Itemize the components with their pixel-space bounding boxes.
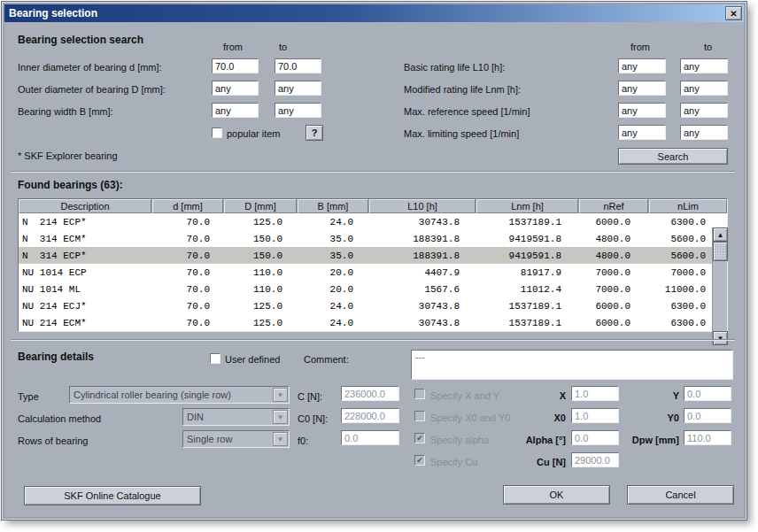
calculation-method-dropdown[interactable]: DIN ▼ xyxy=(182,408,290,426)
max-reference-speed-label: Max. reference speed [1/min] xyxy=(404,106,530,117)
inner-diameter-label: Inner diameter of bearing d [mm]: xyxy=(18,62,162,73)
specify-alpha-checkbox[interactable]: ✔ xyxy=(414,433,425,443)
column-header-nRef[interactable]: nRef xyxy=(579,199,648,213)
c0-label: C0 [N]: xyxy=(298,413,328,424)
help-button[interactable]: ? xyxy=(306,125,323,141)
scroll-up-button[interactable]: ▲ xyxy=(713,227,728,242)
column-header-d[interactable]: d [mm] xyxy=(152,199,223,213)
combo-arrow-icon[interactable]: ▼ xyxy=(273,432,288,446)
x-label: X xyxy=(516,390,566,401)
results-table: Description d [mm] D [mm] B [mm] L10 [h]… xyxy=(18,198,728,332)
column-header-nLim[interactable]: nLim xyxy=(649,199,727,213)
found-bearings-heading: Found bearings (63): xyxy=(18,179,123,191)
popular-item-checkbox[interactable] xyxy=(212,127,222,138)
inner-diameter-to-input[interactable] xyxy=(275,58,321,73)
modified-rating-life-to-input[interactable] xyxy=(680,81,728,96)
column-header-D[interactable]: D [mm] xyxy=(224,199,297,213)
y-input[interactable] xyxy=(684,386,731,401)
alpha-label: Alpha [°] xyxy=(494,435,566,445)
x0-input[interactable] xyxy=(571,408,619,423)
cu-label: Cu [N] xyxy=(494,457,566,467)
to-column-label-left: to xyxy=(279,42,287,52)
basic-rating-life-label: Basic rating life L10 [h]: xyxy=(404,62,505,73)
scroll-down-icon: ▼ xyxy=(717,335,724,343)
table-row[interactable]: NU 214 ECJ*70.0125.024.030743.81537189.1… xyxy=(19,297,727,314)
c-input[interactable] xyxy=(341,386,399,401)
to-column-label-right: to xyxy=(704,42,712,52)
comment-label: Comment: xyxy=(304,354,349,365)
window-title: Bearing selection xyxy=(4,7,97,19)
comment-input[interactable]: --- xyxy=(411,350,733,380)
max-limiting-speed-to-input[interactable] xyxy=(680,125,728,140)
dpw-input[interactable] xyxy=(684,430,731,445)
bearing-details-heading: Bearing details xyxy=(18,351,94,363)
specify-x0y0-label: Specify X0 and Y0 xyxy=(430,412,510,423)
popular-item-label: popular item xyxy=(227,128,281,139)
skf-explorer-note: * SKF Explorer bearing xyxy=(18,150,118,161)
outer-diameter-from-input[interactable] xyxy=(212,81,259,96)
cu-input[interactable] xyxy=(571,452,619,467)
max-reference-speed-to-input[interactable] xyxy=(680,103,728,118)
table-row-selected[interactable]: N 314 ECP*70.0150.035.0188391.89419591.8… xyxy=(19,247,727,264)
type-label: Type xyxy=(18,391,39,402)
max-limiting-speed-from-input[interactable] xyxy=(618,125,666,140)
results-table-body: N 214 ECP*70.0125.024.030743.81537189.16… xyxy=(19,213,727,331)
title-bar[interactable]: Bearing selection ✕ xyxy=(4,4,744,22)
from-column-label-right: from xyxy=(630,42,650,52)
modified-rating-life-from-input[interactable] xyxy=(618,81,666,96)
inner-diameter-from-input[interactable] xyxy=(212,58,259,73)
y-label: Y xyxy=(626,390,679,401)
user-defined-checkbox[interactable] xyxy=(210,353,220,364)
cancel-button[interactable]: Cancel xyxy=(627,485,734,505)
specify-cu-label: Specify Cu xyxy=(430,457,477,467)
c0-input[interactable] xyxy=(341,408,399,423)
search-button[interactable]: Search xyxy=(618,148,728,165)
results-table-header: Description d [mm] D [mm] B [mm] L10 [h]… xyxy=(19,199,727,213)
close-button[interactable]: ✕ xyxy=(725,6,742,20)
rows-of-bearing-dropdown[interactable]: Single row ▼ xyxy=(182,430,290,448)
column-header-description[interactable]: Description xyxy=(19,199,151,213)
question-mark-icon: ? xyxy=(312,127,318,138)
f0-input[interactable] xyxy=(341,430,399,445)
table-row[interactable]: NU 1014 ECP70.0110.020.04407.981917.9700… xyxy=(19,264,727,281)
skf-online-catalogue-button[interactable]: SKF Online Catalogue xyxy=(24,486,201,505)
scrollbar-thumb[interactable] xyxy=(713,242,728,261)
x0-label: X0 xyxy=(516,412,566,423)
type-dropdown[interactable]: Cylindrical roller bearing (single row) … xyxy=(69,386,290,404)
separator-search-results xyxy=(11,171,735,173)
f0-label: f0: xyxy=(298,436,308,446)
bearing-width-to-input[interactable] xyxy=(275,103,321,118)
ok-button[interactable]: OK xyxy=(503,485,610,505)
max-reference-speed-from-input[interactable] xyxy=(618,103,666,118)
specify-cu-checkbox[interactable]: ✔ xyxy=(414,455,425,466)
dpw-label: Dpw [mm] xyxy=(608,435,679,445)
separator-results-details xyxy=(11,339,735,341)
table-row[interactable]: NU 214 ECM*70.0125.024.030743.81537189.1… xyxy=(19,314,727,331)
vertical-scrollbar[interactable]: ▲ ▼ xyxy=(712,227,727,345)
bearing-selection-dialog: Bearing selection ✕ Bearing selection se… xyxy=(2,2,746,520)
table-row[interactable]: N 214 ECP*70.0125.024.030743.81537189.16… xyxy=(19,213,727,230)
column-header-Lnm[interactable]: Lnm [h] xyxy=(476,199,578,213)
calculation-method-label: Calculation method xyxy=(18,413,101,424)
bearing-width-label: Bearing width B [mm]: xyxy=(18,106,113,117)
basic-rating-life-from-input[interactable] xyxy=(618,58,666,73)
from-column-label-left: from xyxy=(223,42,243,52)
column-header-L10[interactable]: L10 [h] xyxy=(369,199,476,213)
x-input[interactable] xyxy=(571,386,619,401)
outer-diameter-label: Outer diameter of bearing D [mm]: xyxy=(18,84,166,95)
specify-x0y0-checkbox[interactable] xyxy=(414,411,425,421)
specify-xy-checkbox[interactable] xyxy=(414,389,425,399)
bearing-width-from-input[interactable] xyxy=(212,103,259,118)
table-row[interactable]: N 314 ECM*70.0150.035.0188391.89419591.8… xyxy=(19,230,727,247)
basic-rating-life-to-input[interactable] xyxy=(680,58,728,73)
table-row[interactable]: NU 1014 ML70.0110.020.01567.611012.47000… xyxy=(19,281,727,297)
scroll-down-button[interactable]: ▼ xyxy=(713,331,728,345)
rows-of-bearing-label: Rows of bearing xyxy=(18,436,89,446)
max-limiting-speed-label: Max. limiting speed [1/min] xyxy=(404,128,519,139)
y0-input[interactable] xyxy=(684,408,731,423)
combo-arrow-icon[interactable]: ▼ xyxy=(273,388,288,402)
scroll-up-icon: ▲ xyxy=(717,231,724,239)
outer-diameter-to-input[interactable] xyxy=(275,81,321,96)
combo-arrow-icon[interactable]: ▼ xyxy=(273,410,288,424)
column-header-B[interactable]: B [mm] xyxy=(298,199,368,213)
